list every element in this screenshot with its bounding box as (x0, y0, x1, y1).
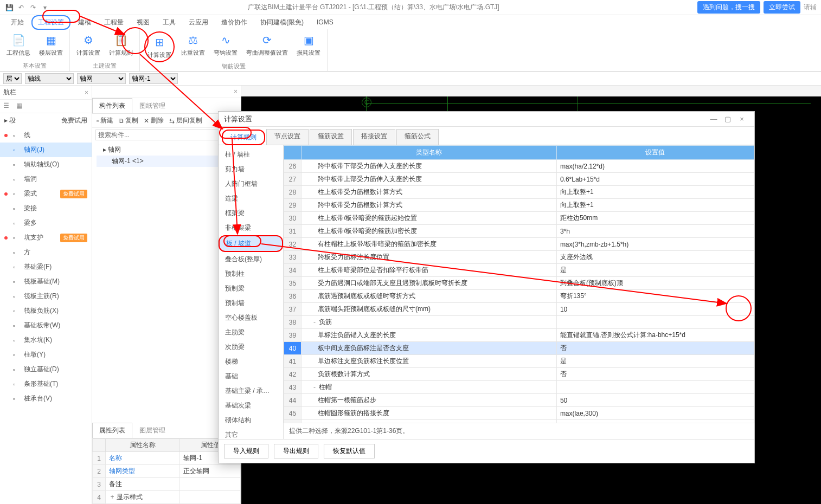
rule-row[interactable]: 36底筋遇预制底板或板缝时弯折方式弯折135° (284, 290, 754, 303)
nav-item[interactable]: ▫梁多 (0, 216, 92, 230)
close-icon[interactable]: × (85, 89, 88, 96)
rule-row[interactable]: 30柱上板带/板带暗梁的箍筋起始位置距柱边50mm (284, 212, 754, 225)
search-input[interactable] (95, 130, 238, 140)
tab-component-list[interactable]: 构件列表 (92, 98, 132, 113)
rule-row[interactable]: 44柱帽第一根箍筋起步50 (284, 394, 754, 407)
list-icon[interactable]: ☰ (3, 102, 12, 111)
side-item[interactable]: 叠合板(整厚) (219, 252, 283, 267)
nav-item[interactable]: ▫条形基础(T) (0, 377, 92, 391)
nav-item[interactable]: ▫基础梁(F) (0, 260, 92, 274)
side-item[interactable]: 基础 (219, 369, 283, 384)
nav-category[interactable]: ▸ 段免费试用 (0, 113, 92, 128)
property-row[interactable]: 2轴网类型正交轴网 (93, 465, 241, 478)
menu-modeling[interactable]: 建模 (73, 16, 97, 29)
help-search-pill[interactable]: 遇到问题，搜一搜 (697, 1, 760, 14)
property-row[interactable]: 4+显示样式 (93, 491, 241, 504)
side-item[interactable]: 剪力墙 (219, 162, 283, 177)
side-item[interactable]: 基础主梁 / 承… (219, 384, 283, 398)
floor-select[interactable]: 层 (3, 73, 22, 84)
side-item[interactable]: 次肋梁 (219, 340, 283, 354)
dialog-tab[interactable]: 计算规则 (222, 130, 265, 145)
nav-item[interactable]: ▫集水坑(K) (0, 333, 92, 347)
tab-drawing-mgmt[interactable]: 图纸管理 (132, 98, 172, 113)
side-item[interactable]: 预制梁 (219, 281, 283, 296)
rule-row[interactable]: 35受力筋遇洞口或端部无支座且遇预制底板时弯折长度到叠合板(预制底板)顶 (284, 277, 754, 290)
close-icon[interactable]: × (234, 88, 238, 95)
nav-item[interactable]: ▫独立基础(D) (0, 362, 92, 377)
dialog-tab[interactable]: 节点设置 (266, 129, 309, 145)
nav-item[interactable]: ▫筏板基础(M) (0, 274, 92, 289)
dialog-titlebar[interactable]: 计算设置 ― ▢ × (219, 112, 754, 127)
try-now-button[interactable]: 立即尝试 (764, 1, 800, 14)
toolbar-复制[interactable]: ⧉复制 (119, 116, 138, 125)
nav-item[interactable]: ▫桩承台(V) (0, 391, 92, 406)
nav-item[interactable]: ▫基础板带(W) (0, 318, 92, 333)
side-item[interactable]: 非框架梁 (219, 221, 283, 235)
rule-row[interactable]: 37底筋端头距预制底板或板缝的尺寸(mm)10 (284, 303, 754, 316)
minimize-icon[interactable]: ― (707, 115, 721, 123)
grid-select[interactable]: 轴网 (77, 73, 126, 84)
ribbon-弯曲调整值设置[interactable]: ⟳弯曲调整值设置 (244, 31, 290, 62)
nav-item[interactable]: ▫辅助轴线(O) (0, 157, 92, 172)
tab-layer-mgmt[interactable]: 图层管理 (132, 423, 172, 438)
grid-icon[interactable]: ▦ (16, 102, 25, 111)
rule-row[interactable]: 33跨板受力筋标注长度位置支座外边线 (284, 251, 754, 264)
nav-item[interactable]: ▫筏板负筋(X) (0, 303, 92, 318)
dialog-tab[interactable]: 搭接设置 (353, 129, 395, 145)
menu-igms[interactable]: IGMS (311, 17, 339, 28)
import-rules-button[interactable]: 导入规则 (224, 444, 268, 458)
tree-leaf[interactable]: 轴网-1 <1> (97, 156, 236, 167)
menu-collab[interactable]: 协同建模(限免) (255, 16, 309, 29)
rule-row[interactable]: 29跨中板带受力筋根数计算方式向上取整+1 (284, 199, 754, 212)
side-item[interactable]: 柱 / 墙柱 (219, 147, 283, 162)
rule-row[interactable]: 40板中间支座负筋标注是否含支座否 (284, 342, 754, 355)
ribbon-弯钩设置[interactable]: ∿弯钩设置 (211, 31, 240, 62)
side-item[interactable]: 连梁 (219, 191, 283, 206)
nav-item[interactable]: ▫梁式免费试用 (0, 186, 92, 201)
rule-row[interactable]: 38-负筋 (284, 316, 754, 329)
ribbon-损耗设置[interactable]: ▣损耗设置 (294, 31, 323, 62)
rule-row[interactable]: 26跨中板带下部受力筋伸入支座的长度max(ha/2,12*d) (284, 160, 754, 173)
nav-item[interactable]: ▫线 (0, 128, 92, 143)
ribbon-工程信息[interactable]: 📄工程信息 (4, 31, 33, 62)
dialog-tab[interactable]: 箍筋公式 (396, 129, 439, 145)
rule-row[interactable]: 41单边标注支座负筋标注长度位置是 (284, 355, 754, 368)
toolbar-删除[interactable]: ✕删除 (144, 116, 164, 125)
nav-item[interactable]: ▫筏板主筋(R) (0, 289, 92, 303)
side-item[interactable]: 基础次梁 (219, 398, 283, 413)
grid-instance-select[interactable]: 轴网-1 (129, 73, 178, 84)
ribbon-比重设置[interactable]: ⚖比重设置 (179, 31, 207, 62)
redo-icon[interactable]: ↷ (28, 3, 38, 12)
menu-cloud[interactable]: 云应用 (183, 16, 214, 29)
rule-row[interactable]: 28柱上板带受力筋根数计算方式向上取整+1 (284, 186, 754, 199)
ribbon-计算设置[interactable]: ⚙计算设置 (74, 31, 102, 62)
side-item[interactable]: 预制墙 (219, 296, 283, 311)
side-item[interactable]: 人防门框墙 (219, 177, 283, 191)
ribbon-楼层设置[interactable]: ▦楼层设置 (37, 31, 65, 62)
ribbon-计算设置[interactable]: ⊞计算设置 (144, 31, 175, 62)
rule-row[interactable]: 27跨中板带上部受力筋伸入支座的长度0.6*Lab+15*d (284, 173, 754, 186)
side-item[interactable]: 砌体结构 (219, 413, 283, 428)
menu-tools[interactable]: 工具 (157, 16, 181, 29)
nav-item[interactable]: ▫坑支护免费试用 (0, 230, 92, 245)
side-item[interactable]: 板 / 坡道 (219, 235, 283, 252)
export-rules-button[interactable]: 导出规则 (274, 444, 318, 458)
rule-row[interactable]: 45柱帽圆形箍筋的搭接长度max(lae,300) (284, 407, 754, 420)
maximize-icon[interactable]: ▢ (721, 115, 735, 123)
tab-property-list[interactable]: 属性列表 (92, 423, 132, 438)
side-item[interactable]: 主肋梁 (219, 325, 283, 340)
side-item[interactable]: 预制柱 (219, 267, 283, 281)
nav-item[interactable]: ▫梁接 (0, 201, 92, 216)
qat-more-icon[interactable]: ▾ (40, 3, 50, 12)
menu-project-settings[interactable]: 工程设置 (31, 15, 70, 30)
menu-start[interactable]: 开始 (5, 16, 29, 29)
menu-quantity[interactable]: 工程量 (99, 16, 129, 29)
property-row[interactable]: 3备注 (93, 478, 241, 491)
rule-row[interactable]: 31柱上板带/板带暗梁的箍筋加密长度3*h (284, 225, 754, 238)
save-icon[interactable]: 💾 (4, 3, 14, 12)
nav-item[interactable]: ▫柱墩(Y) (0, 347, 92, 362)
rule-row[interactable]: 39单标注负筋锚入支座的长度能直锚就直锚,否则按公式计算:ha-bhc+15*d (284, 329, 754, 342)
restore-defaults-button[interactable]: 恢复默认值 (324, 444, 375, 458)
nav-item[interactable]: ▫轴网(J) (0, 143, 92, 157)
close-icon[interactable]: × (735, 115, 749, 123)
